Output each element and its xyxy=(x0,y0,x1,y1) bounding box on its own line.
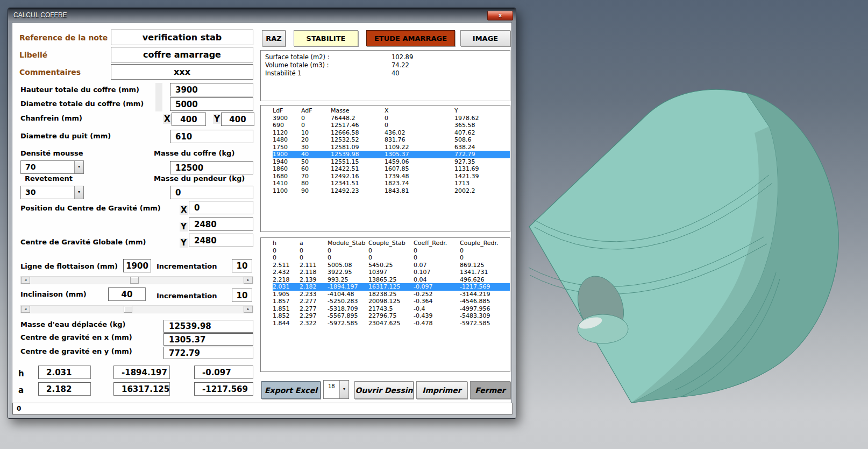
table-row[interactable]: 1.8442.322-5972.58523047.625-0.478-5972.… xyxy=(273,320,510,327)
hauteur-input[interactable] xyxy=(170,83,253,96)
scroll-left-icon[interactable]: ◂ xyxy=(21,277,30,284)
table-row[interactable]: 2.4322.1183922.95103970.1071341.731 xyxy=(273,269,510,276)
summary-listbox[interactable]: Surface totale (m2) : 102.89 Volume tota… xyxy=(260,50,510,101)
a-value-1[interactable] xyxy=(38,382,91,396)
revetement-combo[interactable]: 30 ▾ xyxy=(20,186,84,199)
scroll-right-icon[interactable]: ▸ xyxy=(244,306,253,313)
flottaison-incr-input[interactable] xyxy=(232,259,252,272)
chevron-down-icon[interactable]: ▾ xyxy=(339,381,348,398)
table-row[interactable]: 000000 xyxy=(273,247,510,255)
table-row[interactable]: 14108012341.511823.741713 xyxy=(273,180,510,187)
flottaison-input[interactable] xyxy=(123,259,151,272)
chanfrein-y-label: Y xyxy=(213,114,221,124)
flottaison-scrollbar[interactable]: ◂ ▸ xyxy=(20,276,253,284)
table-row[interactable]: 19004012539.981305.37772.79 xyxy=(273,151,510,158)
a-value-2[interactable] xyxy=(113,382,170,396)
cg-x-input[interactable] xyxy=(163,333,253,346)
summary-row: Instabilité 1 40 xyxy=(265,69,510,78)
table-row[interactable]: 690012517.460365.58 xyxy=(273,122,510,129)
pos-cg-x-label: X xyxy=(180,205,188,215)
fermer-button[interactable]: Fermer xyxy=(470,381,510,399)
h-value-2[interactable] xyxy=(113,366,170,379)
table-row[interactable]: 11201012666.58436.02407.62 xyxy=(273,129,510,137)
reference-label: Reference de la note xyxy=(19,33,108,42)
export-excel-button[interactable]: Export Excel xyxy=(261,381,321,399)
size-combo[interactable]: 18 ▾ xyxy=(323,380,349,399)
table-row[interactable]: 19405012551.151459.06927.35 xyxy=(273,158,510,166)
table-row[interactable]: 18606012422.511607.851131.69 xyxy=(273,165,510,173)
summary-row: Surface totale (m2) : 102.89 xyxy=(265,53,510,61)
image-button[interactable]: IMAGE xyxy=(460,30,510,46)
densite-combo[interactable]: 70 ▾ xyxy=(20,160,84,174)
commentaires-input[interactable] xyxy=(111,64,253,80)
a-value-3[interactable] xyxy=(194,382,253,396)
chanfrein-y-input[interactable] xyxy=(221,113,254,126)
pos-cg-y-label: Y xyxy=(180,222,188,231)
table-header: LdFAdFMasseXY xyxy=(273,107,510,115)
table-row[interactable]: 1.8522.297-5567.89522796.75-0.439-5483.3… xyxy=(273,312,510,320)
inclinaison-input[interactable] xyxy=(108,287,146,301)
pos-cg-x-input[interactable] xyxy=(189,201,253,214)
cg-x-label: Centre de gravité en x (mm) xyxy=(20,333,132,341)
close-icon[interactable]: x xyxy=(487,11,513,20)
buoy-hole-opening xyxy=(578,314,628,343)
hauteur-label: Hauteur totale du coffre (mm) xyxy=(20,86,139,94)
scroll-left-icon[interactable]: ◂ xyxy=(21,306,30,313)
stabilite-button[interactable]: STABILITE xyxy=(294,30,358,46)
table-row[interactable]: 2.5112.1115005.085450.250.07869.125 xyxy=(273,262,510,269)
masse-eau-input[interactable] xyxy=(163,320,253,333)
scrollbar-thumb[interactable] xyxy=(124,306,132,313)
densite-label: Densité mousse xyxy=(20,149,83,157)
cg-globale-y-input[interactable] xyxy=(189,234,253,247)
etude-amarrage-button[interactable]: ETUDE AMARRAGE xyxy=(366,30,455,46)
pos-cg-y-input[interactable] xyxy=(189,218,253,231)
masse-coffre-input[interactable] xyxy=(170,161,253,174)
desktop: CALCUL COFFRE x Reference de la note Lib… xyxy=(0,0,868,449)
table-row[interactable]: 2.0312.182-1894.19716317.125-0.097-1217.… xyxy=(273,283,510,291)
imprimer-button[interactable]: Imprimer xyxy=(416,381,467,399)
pos-cg-label: Position du Centre de Gravité (mm) xyxy=(20,204,161,212)
revetement-label: Revetement xyxy=(25,174,73,183)
table-masse[interactable]: LdFAdFMasseXY3900076448.201978.626900125… xyxy=(260,105,510,232)
diametre-input[interactable] xyxy=(170,97,253,111)
table-row[interactable]: 17503012581.091109.22638.24 xyxy=(273,144,510,151)
masse-coffre-label: Masse du coffre (kg) xyxy=(154,149,234,157)
reference-input[interactable] xyxy=(111,30,253,45)
table-row[interactable]: 16807012492.161739.481421.39 xyxy=(273,173,510,180)
inclinaison-incr-label: Incrementation xyxy=(156,292,217,300)
table-row[interactable]: 1.9052.233-4104.4818238.25-0.252-3144.21… xyxy=(273,291,510,298)
table-header: haModule_StabCouple_StabCoeff_Redr.Coupl… xyxy=(273,240,510,247)
table-row[interactable]: 11009012492.231843.812002.2 xyxy=(273,187,510,195)
cg-y-input[interactable] xyxy=(163,347,253,359)
inclinaison-label: Inclinaison (mm) xyxy=(20,290,87,298)
chanfrein-x-input[interactable] xyxy=(172,113,206,126)
scroll-right-icon[interactable]: ▸ xyxy=(244,277,253,284)
size-combo-value: 18 xyxy=(328,383,335,389)
table-stabilite[interactable]: haModule_StabCouple_StabCoeff_Redr.Coupl… xyxy=(260,237,510,372)
table-row[interactable]: 000000 xyxy=(273,254,510,262)
h-value-3[interactable] xyxy=(194,366,253,379)
table-row[interactable]: 14802012532.52831.76508.6 xyxy=(273,136,510,144)
spacer-strip xyxy=(155,83,162,111)
densite-value: 70 xyxy=(25,163,35,171)
chevron-down-icon[interactable]: ▾ xyxy=(74,186,83,199)
puit-input[interactable] xyxy=(170,130,253,143)
masse-pendeur-input[interactable] xyxy=(170,186,253,199)
ouvrir-dessin-button[interactable]: Ouvrir Dessin xyxy=(354,381,414,399)
scrollbar-thumb[interactable] xyxy=(130,277,139,284)
table-row[interactable]: 2.2182.139993.2513865.250.04496.626 xyxy=(273,276,510,284)
a-label: a xyxy=(18,385,24,395)
table-row[interactable]: 1.8512.277-5318.70921743.5-0.4-4997.956 xyxy=(273,305,510,313)
inclinaison-scrollbar[interactable]: ◂ ▸ xyxy=(20,305,253,313)
titlebar: CALCUL COFFRE x xyxy=(8,8,516,22)
libelle-input[interactable] xyxy=(111,47,253,62)
table-row[interactable]: 1.8572.277-5250.28320098.125-0.364-4546.… xyxy=(273,298,510,305)
window-title: CALCUL COFFRE xyxy=(13,11,67,19)
flottaison-label: Ligne de flottaison (mm) xyxy=(20,262,118,270)
raz-button[interactable]: RAZ xyxy=(262,30,286,46)
status-field[interactable]: 0 xyxy=(12,403,513,415)
chevron-down-icon[interactable]: ▾ xyxy=(74,161,83,173)
inclinaison-incr-input[interactable] xyxy=(232,289,252,302)
h-value-1[interactable] xyxy=(38,366,91,379)
table-row[interactable]: 3900076448.201978.62 xyxy=(273,115,510,122)
